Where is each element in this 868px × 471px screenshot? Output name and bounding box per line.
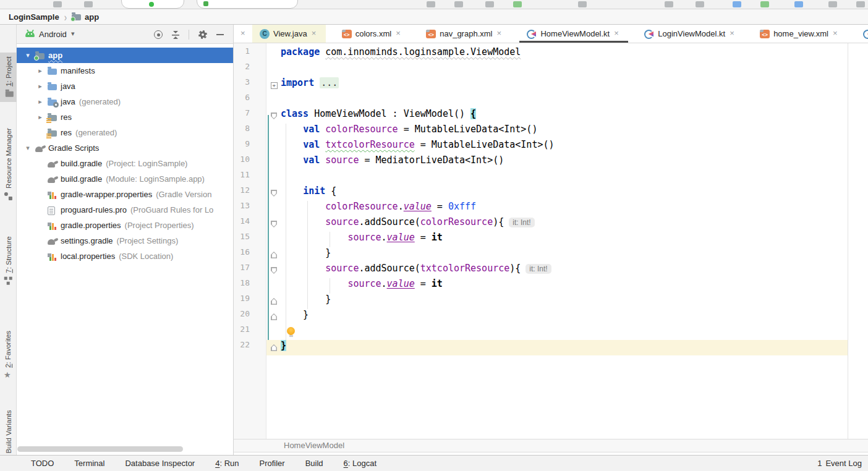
intention-bulb-icon[interactable]: [287, 327, 296, 337]
tool-window-button-2-favorites[interactable]: 2: Favorites: [0, 326, 17, 384]
code-line[interactable]: 17 source.addSource(txtcolorResource){it…: [234, 263, 868, 278]
code-line[interactable]: 20 }: [234, 309, 868, 325]
code-line[interactable]: 8 val colorResource = MutableLiveData<In…: [234, 124, 868, 139]
code-line[interactable]: 12 init {: [234, 185, 868, 201]
statusbar-item-event-log[interactable]: 1Event Log: [817, 459, 862, 468]
close-icon[interactable]: [832, 30, 840, 38]
tool-window-button-resource-manager[interactable]: Resource Manager: [0, 117, 17, 210]
run-config-combo[interactable]: [197, 0, 298, 9]
code-line[interactable]: 2: [234, 62, 868, 77]
tree-item-manifests[interactable]: manifests: [17, 63, 233, 78]
code-line[interactable]: 11: [234, 170, 868, 185]
tab-home-view-xml[interactable]: home_view.xml: [752, 25, 847, 43]
tree-item-build-gradle-module-loginsample-app[interactable]: build.gradle(Module: LoginSample.app): [17, 171, 233, 187]
tree-item-gradle-properties-project-properties[interactable]: gradle.properties(Project Properties): [17, 218, 233, 233]
tab-colors-xml[interactable]: colors.xml: [334, 25, 411, 43]
tree-item-local-properties-sdk-location[interactable]: local.properties(SDK Location): [17, 248, 233, 264]
gear-icon[interactable]: [198, 30, 207, 39]
code-line[interactable]: 16 }: [234, 247, 868, 263]
code-line[interactable]: 3import ...: [234, 77, 868, 93]
chevron-right-icon[interactable]: [36, 63, 45, 78]
tree-item-build-gradle-project-loginsample[interactable]: build.gradle(Project: LoginSample): [17, 156, 233, 171]
line-number: 3: [234, 77, 250, 87]
statusbar-item-profiler[interactable]: Profiler: [256, 459, 285, 468]
code-line[interactable]: 19 }: [234, 294, 868, 309]
statusbar-item-6-logcat[interactable]: 6: Logcat: [340, 459, 377, 468]
statusbar-item-todo[interactable]: TODO: [27, 459, 54, 468]
tree-item-proguard-rules-pro-proguard-rules-for-lo[interactable]: proguard-rules.pro(ProGuard Rules for Lo: [17, 202, 233, 218]
horizontal-scrollbar[interactable]: [17, 446, 183, 452]
close-icon[interactable]: [613, 30, 621, 38]
fold-marker-icon[interactable]: [271, 298, 277, 305]
tree-item-res-generated[interactable]: res(generated): [17, 125, 233, 140]
project-panel-header: Android: [17, 25, 233, 44]
statusbar-item-terminal[interactable]: Terminal: [70, 459, 104, 468]
fold-marker-icon[interactable]: [271, 267, 277, 274]
breadcrumb-class[interactable]: HomeViewModel: [284, 441, 344, 450]
close-icon[interactable]: [395, 30, 402, 38]
chevron-down-icon[interactable]: [71, 30, 75, 38]
code-line[interactable]: 9 val txtcolorResource = MutableLiveData…: [234, 139, 868, 155]
fold-marker-icon[interactable]: [271, 112, 277, 119]
fold-marker-icon[interactable]: [271, 344, 277, 351]
tree-item-java-generated[interactable]: java(generated): [17, 94, 233, 109]
statusbar-item-4-run[interactable]: 4: Run: [211, 459, 239, 468]
project-view-selector[interactable]: Android: [39, 30, 67, 39]
tree-item-gradle-scripts[interactable]: Gradle Scripts: [17, 140, 233, 156]
statusbar-item-database-inspector[interactable]: Database Inspector: [121, 459, 195, 468]
close-icon[interactable]: [240, 30, 247, 38]
fold-expand-icon[interactable]: [271, 82, 278, 89]
code-line[interactable]: 1package com.innominds.loginsample.ViewM…: [234, 46, 868, 62]
chevron-down-icon[interactable]: [23, 48, 32, 63]
code-line[interactable]: 7class HomeViewModel : ViewModel() {: [234, 108, 868, 124]
tree-item-settings-gradle-project-settings[interactable]: settings.gradle(Project Settings): [17, 233, 233, 248]
chevron-right-icon[interactable]: [36, 94, 45, 109]
fold-marker-icon[interactable]: [271, 313, 277, 320]
fold-marker-icon[interactable]: [271, 221, 277, 227]
tab-view-java[interactable]: View.java: [252, 25, 326, 43]
tree-item-java[interactable]: java: [17, 78, 233, 94]
statusbar-item-build[interactable]: Build: [302, 459, 323, 468]
collapse-all-icon[interactable]: [172, 31, 179, 39]
generated-folder-icon: [48, 100, 57, 106]
tab-loginviewmodel-kt[interactable]: LoginViewModel.kt: [637, 25, 744, 43]
chevron-down-icon[interactable]: [23, 140, 32, 156]
chevron-right-icon[interactable]: [36, 78, 45, 94]
code-line[interactable]: 6: [234, 93, 868, 108]
status-bar: TODOTerminalDatabase Inspector4: RunProf…: [0, 455, 868, 471]
tree-item-res[interactable]: res: [17, 109, 233, 125]
tool-window-button-1-project[interactable]: 1: Project: [0, 53, 17, 102]
fold-marker-icon[interactable]: [271, 252, 277, 258]
close-icon[interactable]: [496, 30, 503, 38]
code-line[interactable]: 15 source.value = it: [234, 232, 868, 247]
code-line[interactable]: 10 val source = MediatorLiveData<Int>(): [234, 155, 868, 170]
tab-homeviewmodel-kt[interactable]: HomeViewModel.kt: [519, 25, 628, 43]
code-line[interactable]: 14 source.addSource(colorResource){it: I…: [234, 216, 868, 232]
tree-item-annotation: (generated): [75, 128, 117, 137]
tool-window-label: 2: Favorites: [5, 331, 12, 368]
statusbar-item-label: Terminal: [74, 459, 104, 468]
tool-window-label: 7: Structure: [5, 236, 12, 273]
locate-file-icon[interactable]: [154, 30, 163, 39]
code-line[interactable]: 22}: [234, 340, 868, 355]
hide-panel-icon[interactable]: [216, 34, 224, 35]
tree-item-app[interactable]: app: [17, 48, 233, 63]
close-icon[interactable]: [729, 30, 736, 38]
code-line[interactable]: 13 colorResource.value = 0xfff: [234, 201, 868, 216]
device-selector-combo[interactable]: [121, 0, 184, 9]
code-line[interactable]: 18 source.value = it: [234, 278, 868, 294]
breadcrumb-project[interactable]: LoginSample: [9, 12, 59, 22]
tree-item-gradle-wrapper-properties-gradle-version[interactable]: gradle-wrapper.properties(Gradle Version: [17, 187, 233, 202]
breadcrumb-module[interactable]: app: [85, 12, 99, 22]
line-number: 22: [234, 340, 250, 349]
folder-icon: [48, 69, 57, 75]
tab-l[interactable]: L: [856, 25, 868, 43]
tab-nav-graph-xml[interactable]: nav_graph.xml: [419, 25, 511, 43]
tree-item-annotation: (Project Properties): [125, 221, 194, 230]
fold-marker-icon[interactable]: [271, 190, 277, 197]
tool-window-button-7-structure[interactable]: 7: Structure: [0, 229, 17, 292]
code-line[interactable]: 21: [234, 325, 868, 340]
code-editor[interactable]: 1package com.innominds.loginsample.ViewM…: [234, 43, 868, 439]
chevron-right-icon[interactable]: [36, 109, 45, 125]
close-icon[interactable]: [311, 30, 318, 38]
